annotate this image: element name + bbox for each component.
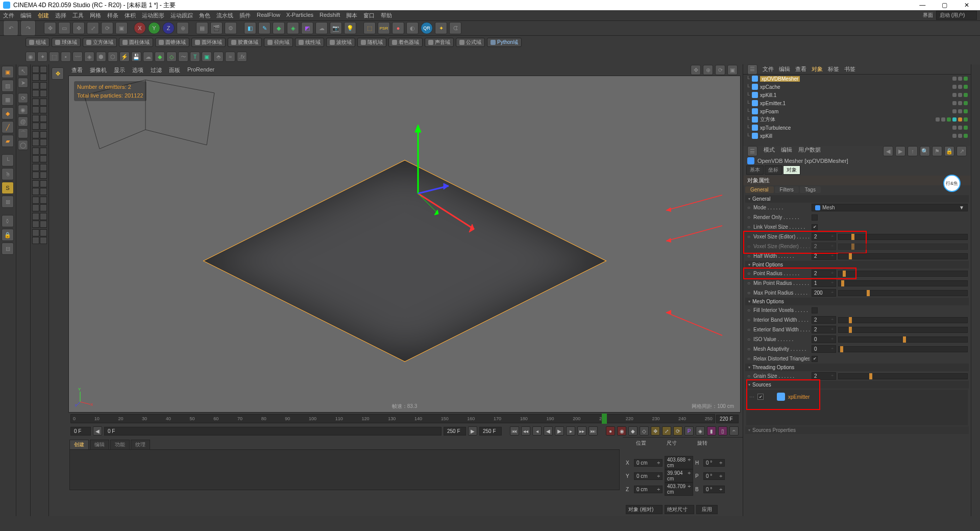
hier-xpKill.1[interactable]: └xpKill.1 [743, 91, 971, 99]
attr-search-icon[interactable]: 🔍 [920, 146, 930, 156]
hier-xpOVDBMesher[interactable]: └xpOVDBMesher [743, 75, 971, 83]
autokey-icon[interactable]: ◉ [617, 426, 626, 436]
generator-icon[interactable]: ◈ [287, 22, 299, 34]
toggle1-icon[interactable]: ● [392, 22, 404, 34]
axis-z-icon[interactable]: Z [162, 22, 175, 34]
vp-orbit-icon[interactable]: ⟳ [715, 65, 725, 75]
menu-网格[interactable]: 网格 [90, 12, 101, 19]
slider-Point Radius[interactable] [838, 271, 968, 277]
environment-icon[interactable]: ☁ [315, 22, 328, 34]
close-button[interactable]: ✕ [957, 2, 977, 9]
pos-Y[interactable]: 0 cm÷ [634, 472, 663, 480]
subtab-对象[interactable]: 对象 [783, 165, 800, 175]
last-tool-icon[interactable]: ▣ [115, 22, 128, 34]
field-7[interactable]: 径向域 [264, 38, 293, 47]
stab-Filters[interactable]: Filters [775, 186, 799, 193]
menu-窗口[interactable]: 窗口 [363, 12, 375, 19]
slider-Interior Band Width[interactable] [838, 317, 968, 323]
om-icon[interactable]: ☰ [747, 64, 757, 75]
xp-mesh2-icon[interactable]: ◇ [166, 52, 177, 62]
field-0[interactable]: 组域 [26, 38, 50, 47]
source-chk[interactable]: ✔ [757, 394, 764, 400]
axis-x-icon[interactable]: X [134, 22, 146, 34]
om-书签[interactable]: 书签 [844, 65, 855, 73]
rot-P[interactable]: 0 °÷ [703, 472, 725, 480]
move-icon[interactable]: ✥ [72, 22, 85, 34]
edge-mode-icon[interactable]: ╱ [2, 121, 14, 133]
maximize-button[interactable]: ▢ [935, 2, 955, 9]
last-frame-icon[interactable]: ⏭ [589, 426, 598, 436]
current-frame[interactable]: 220 F [716, 415, 739, 423]
minimize-button[interactable]: — [912, 2, 933, 9]
chk-Link Voxel Size[interactable]: ✔ [812, 224, 818, 230]
next-key-icon[interactable]: ▸▸ [577, 426, 586, 436]
range-start[interactable]: 0 F [104, 427, 442, 436]
point-mode-icon[interactable]: ◆ [2, 107, 14, 119]
pos-X[interactable]: 0 cm÷ [634, 459, 663, 467]
slider-Exterior Band Width[interactable] [838, 327, 968, 333]
coord-sys-icon[interactable]: ⊕ [177, 22, 189, 34]
menu-运动跟踪[interactable]: 运动跟踪 [170, 12, 193, 19]
xp-system-icon[interactable]: ◉ [26, 52, 36, 62]
xp-ocean-icon[interactable]: 〜 [178, 52, 188, 62]
xp-trail-icon[interactable]: 〰 [72, 52, 83, 62]
xp-gen-icon[interactable]: ◈ [84, 52, 94, 62]
val-Voxel Size (Render)[interactable]: 2 [812, 243, 836, 250]
select-rect-icon[interactable]: ▭ [58, 22, 70, 34]
render-pict-icon[interactable]: 🎬 [210, 22, 223, 34]
chk-Fill Interior Voxels[interactable] [812, 307, 818, 313]
menu-创建[interactable]: 创建 [38, 12, 49, 19]
slider-Half Width[interactable] [838, 253, 968, 259]
uv-mode-icon[interactable]: ▦ [2, 93, 14, 106]
slider-Voxel Size (Render)[interactable] [838, 244, 968, 250]
playhead[interactable] [602, 414, 607, 424]
field-8[interactable]: 线性域 [295, 38, 324, 47]
mat-tab-纹理[interactable]: 纹理 [131, 440, 150, 449]
object-hierarchy[interactable]: └xpOVDBMesher└xpCache└xpKill.1└xpEmitter… [743, 75, 971, 146]
menu-样条[interactable]: 样条 [107, 12, 118, 19]
menu-帮助[interactable]: 帮助 [381, 12, 392, 19]
mat-tab-编辑[interactable]: 编辑 [90, 440, 109, 449]
om-查看[interactable]: 查看 [795, 65, 806, 73]
camera-icon[interactable]: 📷 [330, 22, 342, 34]
chk-Relax Distorted Triangles[interactable]: ✔ [812, 356, 818, 362]
hier-立方体[interactable]: └立方体 [743, 115, 971, 124]
key-pos-icon[interactable]: ✥ [651, 426, 660, 436]
slider-Min Point Radius[interactable] [838, 280, 968, 286]
chk-Render Only[interactable] [812, 214, 818, 221]
xp-elek-icon[interactable]: ⚡ [119, 52, 130, 62]
attr-menu-user[interactable]: 用户数据 [798, 146, 821, 156]
mat-tab-功能[interactable]: 功能 [110, 440, 130, 449]
xp-cache-icon[interactable]: 💾 [131, 52, 141, 62]
arrow-icon[interactable]: ↖ [18, 66, 28, 76]
val-ISO Value[interactable]: 0 [812, 335, 836, 343]
snap-s-icon[interactable]: S [2, 182, 14, 194]
field-13[interactable]: 公式域 [456, 38, 485, 47]
mograph-icon[interactable]: ⬚ [363, 22, 376, 34]
hier-xpCache[interactable]: └xpCache [743, 83, 971, 91]
frame-start[interactable]: 0 F [70, 427, 91, 436]
hier-xpTurbulence[interactable]: └xpTurbulence [743, 124, 971, 132]
pos-Z[interactable]: 0 cm÷ [634, 486, 663, 493]
xp-vol-icon[interactable]: ☁ [143, 52, 153, 62]
menu-角色[interactable]: 角色 [199, 12, 210, 19]
vp-menu-面板[interactable]: 面板 [169, 66, 180, 74]
attr-lock-icon[interactable]: 🔒 [944, 146, 954, 156]
xp-icon[interactable]: ✦ [435, 22, 447, 34]
vp-menu-过滤[interactable]: 过滤 [151, 66, 162, 74]
field-1[interactable]: 球体域 [52, 38, 81, 47]
cube-primitive-icon[interactable]: ◧ [244, 22, 256, 34]
toggle2-icon[interactable]: ◐ [406, 22, 419, 34]
menu-X-Particles[interactable]: X-Particles [286, 12, 313, 19]
attr-filter-icon[interactable]: ⚑ [932, 146, 942, 156]
spiral-icon[interactable]: @ [18, 116, 28, 127]
spline-icon[interactable]: ✎ [258, 22, 271, 34]
mouse-mode-icon[interactable]: 🖱 [2, 168, 14, 180]
marker-icon[interactable]: ▮ [707, 426, 716, 436]
hier-xpEmitter.1[interactable]: └xpEmitter.1 [743, 99, 971, 107]
field-14[interactable]: Python域 [487, 38, 522, 47]
key-icon[interactable]: ◇ [640, 426, 649, 436]
group-Point Options[interactable]: Point Options [745, 261, 969, 269]
slider-Mesh Adaptivity[interactable] [838, 346, 968, 352]
stab-Tags[interactable]: Tags [800, 186, 821, 193]
